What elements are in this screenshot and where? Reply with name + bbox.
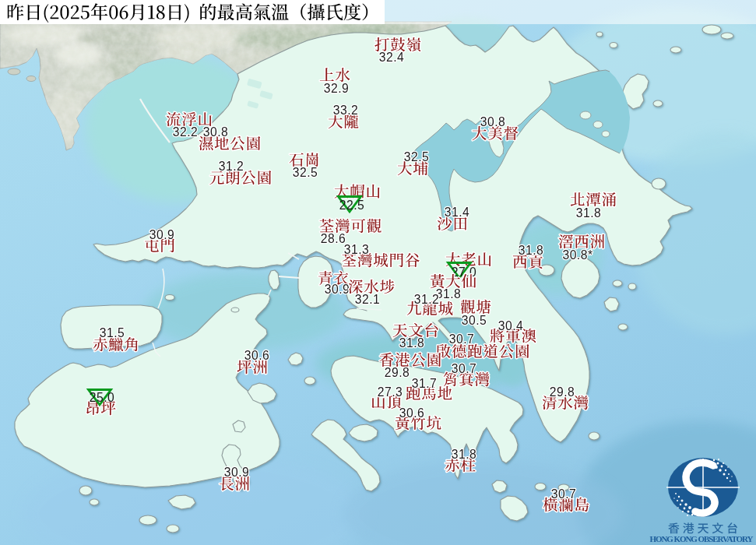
ap-chau-islet	[610, 43, 617, 48]
station-value: 31.8	[576, 206, 602, 220]
soko-island-1	[79, 486, 92, 495]
glyph-涌	[602, 192, 616, 206]
soko-island-4	[167, 525, 179, 533]
glyph-灣	[574, 396, 588, 410]
glyph-德	[452, 344, 466, 358]
station-value: 31.3	[344, 243, 370, 256]
station-value: 30.9	[325, 283, 350, 296]
glyph-鼓	[391, 37, 405, 51]
ne-islet-2	[721, 33, 733, 39]
station-value: 27.3	[378, 385, 403, 399]
kau-yi-chau-islet	[304, 377, 315, 385]
station-name	[374, 37, 420, 51]
glyph-塘	[476, 300, 491, 314]
ps-islet-2	[618, 324, 628, 330]
station-長洲: 30.9	[220, 466, 249, 490]
sha-chau-islet	[165, 295, 174, 301]
glyph-嶺	[406, 37, 420, 51]
tap-mun-island	[652, 178, 666, 189]
glyph-可	[351, 219, 365, 233]
station-value: 30.8	[480, 115, 506, 128]
waglan-islet-1	[535, 483, 546, 490]
station-value: 32.2	[173, 125, 199, 139]
glyph-香	[380, 353, 394, 367]
title-bar	[0, 0, 756, 24]
glyph-潭	[586, 192, 600, 206]
glyph-灣	[336, 219, 350, 233]
glyph-滘	[559, 234, 574, 248]
station-value: 30.8*	[562, 248, 592, 262]
station-value: 32.4	[379, 51, 405, 64]
glyph-園	[516, 344, 529, 358]
ne-islet-3	[670, 47, 681, 53]
station-value: 30.8	[203, 125, 229, 139]
station-value: 31.8	[519, 244, 544, 257]
glyph-西	[513, 255, 527, 269]
glyph-崗	[307, 153, 318, 167]
plover-islet-3	[602, 131, 610, 137]
glyph-田	[455, 217, 467, 230]
station-value: 31.7	[412, 377, 438, 390]
station-value: 31.2	[414, 293, 440, 306]
glyph-跑	[468, 344, 483, 358]
shekou-islet-2	[26, 76, 36, 82]
station-value: 30.5	[462, 314, 487, 327]
glyph-園	[428, 353, 441, 367]
weather-map-page: 32.432.933.232.230.831.232.532.530.822.5…	[0, 0, 756, 545]
soko-island-2	[90, 499, 99, 505]
station-value: 31.4	[445, 206, 470, 219]
glyph-灣	[475, 372, 489, 386]
station-value: 29.8	[385, 366, 410, 379]
glyph-西	[575, 234, 589, 248]
station-value: 28.6	[321, 232, 346, 245]
station-value: 31.8	[399, 336, 425, 350]
glyph-島	[575, 498, 589, 512]
station-value: 29.8	[550, 385, 575, 399]
glyph-打	[374, 37, 389, 51]
station-value: 25.0	[90, 391, 115, 404]
ne-islet-1	[702, 25, 721, 34]
station-value: 30.7	[551, 487, 577, 501]
ngau-mei-islet	[613, 280, 622, 287]
station-value: 30.4	[498, 319, 524, 332]
station-value: 30.9	[224, 466, 250, 479]
glyph-流	[167, 112, 181, 126]
glyph-港	[396, 353, 410, 367]
station-value: 31.8	[452, 448, 477, 461]
station-value: 31.5	[100, 326, 125, 339]
station-昂坪: 25.0	[86, 390, 115, 416]
station-value: 32.5	[404, 150, 430, 164]
station-value: 32.1	[355, 293, 381, 306]
glyph-洲	[590, 234, 604, 248]
ne-islet-4	[653, 100, 663, 107]
glyph-濕	[199, 136, 213, 150]
glyph-黃	[431, 274, 445, 288]
glyph-坑	[427, 416, 441, 430]
glyph-洲	[235, 476, 249, 490]
glyph-澳	[522, 329, 536, 343]
glyph-地	[438, 386, 452, 399]
station-value: 31.2	[219, 160, 244, 173]
ne-islet-5	[596, 32, 603, 37]
station-value: 30.6	[244, 349, 270, 362]
glyph-長	[220, 476, 234, 490]
station-觀塘: 30.5	[461, 300, 491, 327]
glyph-督	[504, 126, 518, 140]
shekou-islet-1	[8, 69, 20, 75]
glyph-道	[483, 344, 498, 358]
station-name	[167, 112, 212, 126]
station-value: 22.5	[339, 199, 365, 212]
glyph-洲	[253, 360, 267, 374]
ninepin-islet	[589, 432, 600, 440]
plover-islet-1	[580, 111, 591, 119]
station-value: 31.8	[436, 287, 462, 301]
station-value: 33.2	[333, 104, 359, 117]
glyph-觀	[367, 219, 382, 233]
hko-logo-english: HONG KONG OBSERVATORY	[650, 534, 754, 543]
glyph-觀	[461, 300, 476, 314]
glyph-園	[258, 171, 272, 185]
siu-mo-to-islet	[231, 308, 239, 312]
station-name	[349, 280, 395, 294]
plover-islet-2	[593, 121, 603, 128]
station-value: 30.6	[399, 406, 425, 420]
